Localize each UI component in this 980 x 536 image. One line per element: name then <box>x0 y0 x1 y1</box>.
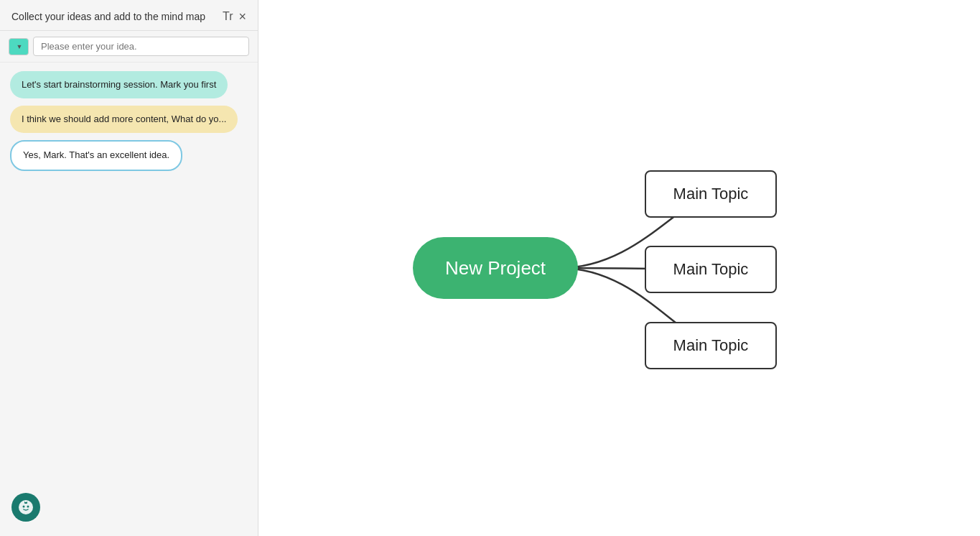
bot-icon <box>17 499 34 516</box>
swatch-arrow: ▼ <box>17 43 23 50</box>
sidebar: Collect your ideas and add to the mind m… <box>0 0 258 536</box>
message-bubble-3: Yes, Mark. That's an excellent idea. <box>10 140 182 170</box>
central-node[interactable]: New Project <box>413 237 578 299</box>
message-bubble-1: Let's start brainstorming session. Mark … <box>10 71 228 98</box>
idea-input[interactable] <box>33 37 249 56</box>
sidebar-title: Collect your ideas and add to the mind m… <box>11 11 205 22</box>
header-icons: Tr × <box>223 10 246 23</box>
messages-area: Let's start brainstorming session. Mark … <box>0 63 258 536</box>
mindmap-area: New Project Main Topic Main Topic Main T… <box>258 0 980 536</box>
bot-avatar[interactable] <box>11 493 40 522</box>
close-icon[interactable]: × <box>238 10 246 23</box>
topic-node-1[interactable]: Main Topic <box>645 170 777 218</box>
svg-point-1 <box>23 506 25 508</box>
topic-node-3[interactable]: Main Topic <box>645 322 777 369</box>
sidebar-header: Collect your ideas and add to the mind m… <box>0 0 258 31</box>
input-area: ▼ <box>0 31 258 63</box>
font-icon[interactable]: Tr <box>223 10 233 23</box>
message-bubble-2: I think we should add more content, What… <box>10 106 238 133</box>
mindmap-connections <box>258 0 980 536</box>
topic-node-2[interactable]: Main Topic <box>645 246 777 293</box>
svg-point-2 <box>27 506 29 508</box>
svg-point-4 <box>25 501 27 502</box>
color-swatch[interactable]: ▼ <box>9 38 29 55</box>
